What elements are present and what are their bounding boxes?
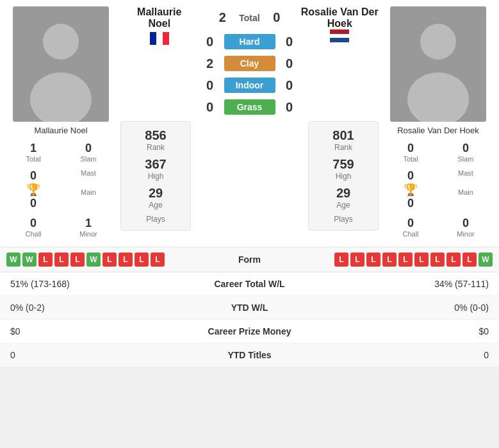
right-mast-value: 0 (407, 169, 414, 183)
left-minor-value: 1 (63, 217, 114, 230)
hard-score-row: 0 Hard 0 (199, 34, 301, 49)
main-container: Mallaurie Noel 1 Total 0 Slam 0 🏆 0 Mast (0, 0, 499, 367)
form-badge-right-l: L (430, 253, 445, 267)
right-name-block: Rosalie Van Der Hoek (301, 6, 379, 42)
stats-right-3: 0 (412, 350, 489, 360)
left-rank-label: Rank (145, 143, 166, 152)
right-full-name: Rosalie Van Der Hoek (301, 6, 379, 29)
svg-rect-7 (330, 34, 349, 38)
stats-label-1: YTD W/L (87, 303, 412, 313)
total-label: Total (239, 13, 259, 23)
left-minor-label: Minor (63, 230, 114, 238)
svg-rect-6 (330, 29, 349, 34)
right-indoor-score: 0 (281, 78, 299, 93)
left-total-cell: 1 Total (6, 139, 60, 165)
right-mast-cell: 0 🏆 0 (384, 167, 438, 213)
grass-badge: Grass (224, 99, 275, 115)
stats-table: 51% (173-168) Career Total W/L 34% (57-1… (0, 272, 499, 367)
stats-row-2: $0 Career Prize Money $0 (0, 320, 499, 344)
right-total-value: 0 (385, 142, 436, 155)
right-stats-grid: 0 Total 0 Slam 0 🏆 0 Mast Main 0 (384, 139, 493, 240)
right-rank-item: 801 Rank (332, 128, 354, 152)
left-indoor-score: 0 (201, 78, 219, 93)
svg-rect-5 (163, 32, 169, 45)
hard-badge: Hard (224, 34, 275, 49)
stats-left-2: $0 (10, 326, 87, 336)
left-flag (150, 32, 169, 45)
form-badge-left-l: L (70, 253, 85, 267)
right-age-label: Age (336, 201, 350, 210)
form-badge-right-l: L (350, 253, 364, 267)
form-badge-left-w: W (86, 253, 101, 267)
right-age-value: 29 (336, 186, 350, 201)
names-top-row: Mallaurie Noel 2 Total 0 (120, 6, 379, 116)
clay-score-row: 2 Clay 0 (199, 56, 301, 71)
right-player-photo (390, 6, 486, 122)
form-badge-left-w: W (6, 253, 20, 267)
right-high-label: High (332, 172, 354, 181)
svg-point-10 (420, 24, 456, 60)
stats-row-0: 51% (173-168) Career Total W/L 34% (57-1… (0, 272, 499, 296)
right-rank-value: 801 (332, 128, 354, 143)
stats-left-3: 0 (10, 350, 87, 360)
right-main-value: 0 (407, 197, 414, 210)
right-total-score: 0 (268, 10, 286, 25)
left-trophy-icon: 🏆 (26, 183, 40, 197)
form-badge-right-l: L (366, 253, 380, 267)
right-total-cell: 0 Total (384, 139, 438, 165)
stats-right-1: 0% (0-0) (412, 303, 489, 313)
left-mast-label-cell: Mast Main (61, 167, 115, 213)
left-full-name: Mallaurie Noel (120, 6, 199, 29)
left-data-box: 856 Rank 367 High 29 Age Plays (120, 121, 191, 231)
right-chall-cell: 0 Chall (384, 214, 438, 240)
right-slam-label: Slam (440, 155, 491, 163)
right-flag (330, 29, 349, 42)
right-grass-score: 0 (281, 100, 299, 115)
left-mast-cell: 0 🏆 0 (6, 167, 60, 213)
svg-rect-3 (150, 32, 156, 45)
left-rank-item: 856 Rank (145, 128, 166, 152)
right-clay-score: 0 (281, 56, 299, 71)
data-boxes-row: 856 Rank 367 High 29 Age Plays (120, 121, 379, 231)
right-rank-label: Rank (332, 143, 354, 152)
form-label: Form (224, 254, 275, 265)
center-column: Mallaurie Noel 2 Total 0 (120, 6, 379, 240)
right-minor-cell: 0 Minor (439, 214, 493, 240)
left-age-item: 29 Age (149, 186, 163, 210)
stats-label-0: Career Total W/L (87, 279, 412, 289)
right-plays-label: Plays (334, 215, 352, 224)
stats-row-1: 0% (0-2) YTD W/L 0% (0-0) (0, 296, 499, 320)
indoor-score-row: 0 Indoor 0 (199, 78, 301, 93)
form-badge-right-l: L (462, 253, 477, 267)
left-mast-label: Mast (63, 169, 114, 177)
left-age-label: Age (149, 201, 163, 210)
left-chall-label: Chall (8, 230, 59, 238)
left-high-item: 367 High (145, 157, 166, 181)
right-high-value: 759 (332, 157, 354, 172)
player-right: Rosalie Van Der Hoek 0 Total 0 Slam 0 🏆 … (384, 6, 493, 240)
form-badge-left-l: L (119, 253, 133, 267)
player-left: Mallaurie Noel 1 Total 0 Slam 0 🏆 0 Mast (6, 6, 115, 240)
left-stats-grid: 1 Total 0 Slam 0 🏆 0 Mast Main 0 (6, 139, 115, 240)
clay-badge: Clay (224, 56, 275, 71)
left-player-name-label: Mallaurie Noel (34, 126, 87, 135)
left-grass-score: 0 (201, 100, 219, 115)
stats-right-0: 34% (57-111) (412, 279, 489, 289)
left-total-score: 2 (213, 10, 231, 25)
stats-row-3: 0 YTD Titles 0 (0, 344, 499, 367)
right-age-item: 29 Age (336, 186, 350, 210)
form-badge-left-l: L (38, 253, 53, 267)
left-player-photo (13, 6, 109, 122)
form-badge-right-l: L (398, 253, 413, 267)
stats-label-2: Career Prize Money (87, 326, 412, 336)
stats-left-0: 51% (173-168) (10, 279, 87, 289)
form-badge-right-l: L (334, 253, 348, 267)
left-chall-cell: 0 Chall (6, 214, 60, 240)
score-surfaces: 2 Total 0 0 Hard 0 2 Clay 0 (199, 6, 301, 116)
form-badge-right-l: L (382, 253, 397, 267)
right-chall-value: 0 (385, 217, 436, 230)
right-slam-cell: 0 Slam (439, 139, 493, 165)
left-slam-cell: 0 Slam (61, 139, 115, 165)
form-badge-left-l: L (151, 253, 165, 267)
left-slam-value: 0 (63, 142, 114, 155)
